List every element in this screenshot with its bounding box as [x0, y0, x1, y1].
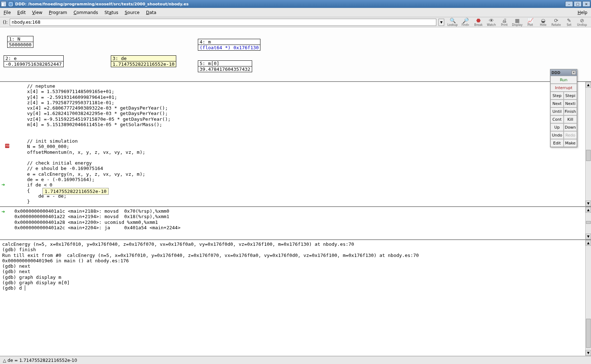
app-icon-2: ◯ [8, 1, 14, 7]
scroll-track[interactable] [586, 213, 591, 234]
display-d5[interactable]: 5: m[0]39.478417604357432 [198, 60, 252, 72]
window-title: DDD: /home/fnoeding/programming/exoself/… [15, 2, 565, 6]
scroll-thumb[interactable] [586, 221, 591, 224]
scroll-down-icon[interactable]: ▼ [586, 201, 591, 206]
arg-label: (): [3, 20, 8, 25]
close-window-button[interactable]: ✕ [582, 1, 590, 7]
print-icon: 🖨 [502, 18, 507, 23]
scroll-up-icon[interactable]: ▲ [586, 207, 591, 213]
display-value: 39.478417604357432 [198, 66, 252, 72]
arg-input[interactable] [10, 19, 436, 26]
make-button[interactable]: Make [564, 139, 577, 147]
find-icon: 🔎 [463, 18, 469, 23]
scroll-track[interactable] [586, 88, 591, 201]
menu-help[interactable]: Help [578, 10, 587, 15]
ctrl-panel-title[interactable]: DDD ✕ [550, 69, 577, 76]
finish-button[interactable]: Finish [564, 107, 577, 115]
pc-arrow-icon: ➔ [1, 209, 5, 214]
app-icon: ◧ [1, 1, 6, 7]
gdb-console: calcEnergy (n=5, x=0x176f010, y=0x176f04… [0, 240, 591, 356]
lookup-icon: 🔍 [450, 18, 456, 23]
asm-gutter: ➔ [0, 207, 13, 239]
kill-button[interactable]: Kill [564, 115, 577, 123]
argument-bar: (): ▼ 🔍Lookup🔎Find»⬣Break👁Watch🖨Print▦Di… [0, 17, 591, 27]
menu-commands[interactable]: Commands [73, 10, 98, 15]
menu-source[interactable]: Source [125, 10, 140, 15]
command-tool-panel[interactable]: DDD ✕ Run Interrupt StepStepi NextNexti … [550, 69, 577, 147]
watch-icon: 👁 [489, 18, 494, 23]
menu-status[interactable]: Status [104, 10, 118, 15]
step-button[interactable]: Step [550, 92, 564, 100]
plot-icon: 📈 [527, 18, 533, 23]
caret [22, 285, 25, 291]
menu-edit[interactable]: Edit [17, 10, 26, 15]
current-line-arrow-icon: ➔ [1, 182, 5, 187]
run-button[interactable]: Run [550, 76, 577, 84]
interrupt-button[interactable]: Interrupt [550, 84, 577, 92]
ctrl-title-text: DDD [551, 71, 560, 75]
break-icon: ⬣ [476, 18, 481, 23]
console-text[interactable]: calcEnergy (n=5, x=0x176f010, y=0x176f04… [0, 240, 591, 356]
menu-program[interactable]: Program [49, 10, 67, 15]
maximize-button[interactable]: ▢ [574, 1, 582, 7]
undisp-icon: ⊘ [580, 18, 584, 23]
display-d3[interactable]: 3: de1.7147552822116552e-10 [111, 55, 176, 67]
until-button[interactable]: Until [550, 107, 564, 115]
console-scrollbar[interactable]: ▲ ▼ [585, 240, 591, 356]
data-display-area[interactable]: 1: N500000002: e-0.169075163828524473: d… [0, 27, 591, 82]
asm-text[interactable]: 0x0000000000401a1c <main+2188>: movsd 0x… [13, 207, 591, 239]
scroll-thumb[interactable] [586, 319, 591, 348]
source-pane: STOP➔ // neptune x[4] = 1.53796971148509… [0, 82, 591, 207]
display-title: 5: m[0] [198, 61, 252, 66]
down-button[interactable]: Down [564, 123, 577, 131]
cont-button[interactable]: Cont [550, 115, 564, 123]
next-button[interactable]: Next [550, 100, 564, 107]
status-bar: △ de = 1.7147552822116552e-10 [0, 356, 591, 364]
edit-button[interactable]: Edit [550, 139, 564, 147]
source-text[interactable]: // neptune x[4] = 1.53796971148509165e+0… [13, 82, 591, 206]
menu-data[interactable]: Data [146, 10, 156, 15]
display-title: 1: N [8, 36, 33, 42]
stepi-button[interactable]: Stepi [564, 92, 577, 100]
arg-dropdown[interactable]: ▼ [438, 19, 444, 26]
set-icon: ✎ [567, 18, 571, 23]
scroll-up-icon[interactable]: ▲ [586, 240, 591, 246]
display-icon: ▦ [515, 18, 519, 23]
display-title: 3: de [111, 56, 176, 61]
rotate-icon: ⟳ [554, 18, 558, 23]
scroll-down-icon[interactable]: ▼ [586, 350, 591, 356]
display-value: -0.16907516382852447 [4, 61, 63, 67]
asm-pane: ➔ 0x0000000000401a1c <main+2188>: movsd … [0, 207, 591, 240]
nexti-button[interactable]: Nexti [564, 100, 577, 107]
menu-file[interactable]: File [4, 10, 11, 15]
display-d4[interactable]: 4: m(float64 *) 0x176f130 [198, 39, 260, 51]
window-titlebar: ◧ ◯ DDD: /home/fnoeding/programming/exos… [0, 0, 591, 8]
display-value: (float64 *) 0x176f130 [198, 45, 260, 50]
display-value: 1.7147552822116552e-10 [111, 61, 176, 67]
display-value: 50000000 [8, 42, 33, 47]
display-title: 2: e [4, 56, 63, 61]
scroll-thumb[interactable] [586, 150, 591, 161]
display-d2[interactable]: 2: e-0.16907516382852447 [4, 55, 64, 67]
scroll-down-icon[interactable]: ▼ [586, 234, 591, 239]
redo-button[interactable]: Redo [564, 131, 577, 139]
undo-button[interactable]: Undo [550, 131, 564, 139]
ctrl-close-icon[interactable]: ✕ [572, 70, 576, 75]
hide-icon: ◒ [541, 18, 545, 23]
menu-view[interactable]: View [32, 10, 42, 15]
asm-scrollbar[interactable]: ▲ ▼ [585, 207, 591, 239]
source-scrollbar[interactable]: ▲ ▼ [585, 82, 591, 206]
scroll-up-icon[interactable]: ▲ [586, 82, 591, 88]
up-button[interactable]: Up [550, 123, 564, 131]
breakpoint-icon[interactable]: STOP [5, 144, 9, 148]
display-d1[interactable]: 1: N50000000 [7, 36, 33, 48]
scroll-track[interactable] [586, 246, 591, 350]
minimize-button[interactable]: – [565, 1, 573, 7]
value-tooltip: 1.7147552822116552e-10 [42, 188, 109, 195]
display-title: 4: m [198, 39, 260, 45]
source-gutter: STOP➔ [0, 82, 13, 206]
status-text: △ de = 1.7147552822116552e-10 [3, 358, 77, 363]
